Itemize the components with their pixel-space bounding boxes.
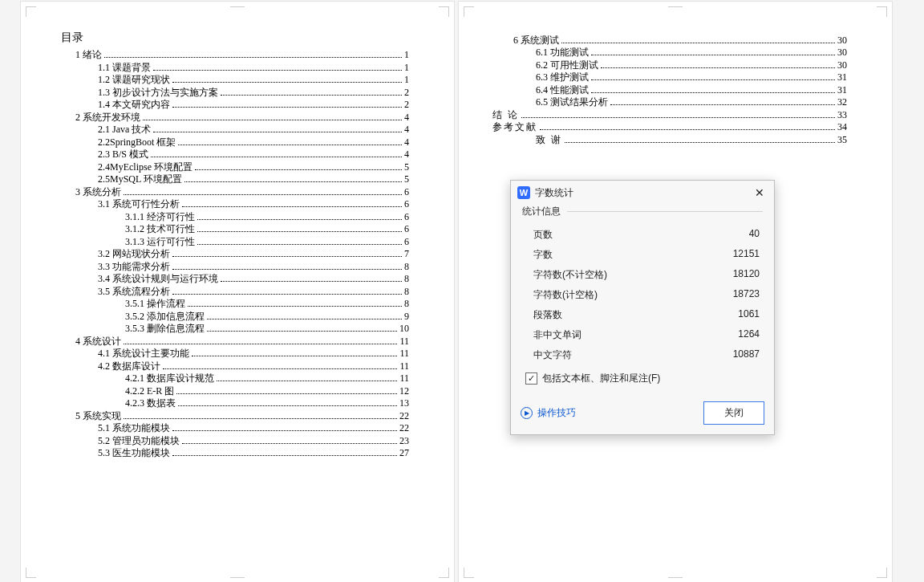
- toc-entry-page: 32: [837, 97, 847, 107]
- close-button[interactable]: 关闭: [703, 401, 764, 425]
- toc-entry: 5.1 系统功能模块22: [53, 423, 409, 433]
- toc-entry-page: 11: [399, 361, 409, 371]
- toc-entry-label: 2.1 Java 技术: [98, 124, 151, 134]
- toc-entry-page: 8: [404, 299, 409, 308]
- checkbox-icon[interactable]: ✓: [525, 372, 537, 385]
- crop-mark: [668, 577, 683, 578]
- toc-entry: 3.5.2 添加信息流程9: [53, 311, 409, 321]
- tips-link[interactable]: ▶ 操作技巧: [521, 406, 576, 420]
- leader-dots: [195, 169, 402, 170]
- toc-entry-label: 6.4 性能测试: [536, 85, 589, 95]
- toc-entry-label: 2 系统开发环境: [75, 112, 140, 122]
- toc-entry-label: 3.5 系统流程分析: [98, 287, 170, 296]
- toc-entry-page: 22: [399, 423, 409, 433]
- toc-entry: 1.4 本文研究内容2: [53, 100, 409, 109]
- toc-entry: 6.1 功能测试30: [491, 47, 847, 57]
- stat-value: 1264: [738, 328, 760, 342]
- leader-dots: [124, 418, 397, 419]
- toc-entry: 2.5MySQL 环境配置5: [53, 174, 409, 184]
- toc-entry-label: 4.2.3 数据表: [125, 398, 176, 408]
- toc-entry-label: 3.1 系统可行性分析: [98, 199, 180, 209]
- leader-dots: [601, 67, 835, 68]
- crop-mark: [439, 6, 449, 17]
- toc-entry-page: 11: [399, 348, 409, 358]
- leader-dots: [188, 306, 402, 307]
- stat-row: 非中文单词1264: [522, 325, 763, 345]
- stat-row: 字符数(不计空格)18120: [522, 265, 763, 285]
- toc-entry-label: 2.4MyEclipse 环境配置: [98, 162, 192, 172]
- dialog-titlebar[interactable]: W 字数统计 ✕: [511, 181, 774, 205]
- toc-entry: 6.2 可用性测试30: [491, 60, 847, 70]
- app-icon: W: [517, 186, 530, 199]
- stat-value: 10887: [733, 348, 760, 362]
- toc-entry-page: 27: [399, 448, 409, 458]
- toc-entry: 1.3 初步设计方法与实施方案2: [53, 88, 409, 97]
- toc-entry-page: 4: [404, 149, 409, 159]
- toc-entry: 5.2 管理员功能模块23: [53, 436, 409, 446]
- toc-entry-page: 1: [404, 50, 409, 59]
- toc-entry-page: 9: [404, 311, 409, 321]
- toc-entry: 4.2 数据库设计11: [53, 361, 409, 371]
- toc-entry: 6.5 测试结果分析32: [491, 97, 847, 107]
- crop-mark: [439, 568, 449, 578]
- crop-mark: [230, 6, 245, 7]
- leader-dots: [207, 331, 397, 332]
- leader-dots: [151, 157, 402, 157]
- toc-list-left: 1 绪论11.1 课题背景11.2 课题研究现状11.3 初步设计方法与实施方案…: [53, 50, 409, 458]
- stat-row: 段落数1061: [522, 305, 763, 325]
- dialog-body: 统计信息 页数40字数12151字符数(不计空格)18120字符数(计空格)18…: [511, 205, 774, 395]
- toc-entry-label: 2.2SpringBoot 框架: [98, 137, 176, 147]
- toc-entry-page: 2: [404, 100, 409, 109]
- toc-entry-label: 3.1.3 运行可行性: [125, 237, 195, 246]
- toc-entry: 2.4MyEclipse 环境配置5: [53, 162, 409, 172]
- crop-mark: [26, 568, 36, 578]
- toc-entry: 3.5.1 操作流程8: [53, 299, 409, 308]
- leader-dots: [172, 455, 397, 456]
- toc-entry-page: 6: [404, 187, 409, 197]
- toc-entry-page: 31: [837, 85, 847, 95]
- toc-entry-page: 6: [404, 237, 409, 246]
- toc-entry: 3.1.3 运行可行性6: [53, 237, 409, 246]
- include-footnotes-row[interactable]: ✓ 包括文本框、脚注和尾注(F): [522, 365, 763, 389]
- toc-entry: 3.1.2 技术可行性6: [53, 224, 409, 234]
- toc-entry-page: 34: [837, 122, 847, 132]
- toc-entry-label: 1.4 本文研究内容: [98, 100, 170, 109]
- toc-entry-label: 2.5MySQL 环境配置: [98, 174, 182, 184]
- leader-dots: [540, 129, 835, 130]
- toc-entry-page: 4: [404, 137, 409, 147]
- toc-entry: 3.1.1 经济可行性6: [53, 212, 409, 222]
- toc-entry: 3.3 功能需求分析8: [53, 262, 409, 271]
- leader-dots: [163, 368, 397, 369]
- crop-mark: [230, 577, 245, 578]
- toc-entry-label: 3.4 系统设计规则与运行环境: [98, 274, 218, 283]
- leader-dots: [610, 104, 835, 105]
- toc-entry-page: 23: [399, 436, 409, 446]
- close-button-label: 关闭: [724, 407, 744, 418]
- toc-entry-label: 1.1 课题背景: [98, 63, 151, 72]
- stat-key: 页数: [533, 228, 553, 242]
- toc-entry: 3.4 系统设计规则与运行环境8: [53, 274, 409, 283]
- close-icon[interactable]: ✕: [752, 185, 768, 200]
- toc-entry-page: 4: [404, 112, 409, 122]
- stat-key: 字符数(不计空格): [533, 268, 607, 282]
- toc-entry: 1.2 课题研究现状1: [53, 75, 409, 84]
- toc-entry-page: 12: [399, 386, 409, 396]
- stats-list: 页数40字数12151字符数(不计空格)18120字符数(计空格)18723段落…: [522, 225, 763, 365]
- leader-dots: [182, 443, 397, 444]
- stats-section-label: 统计信息: [522, 205, 561, 218]
- toc-entry-page: 35: [837, 135, 847, 144]
- toc-entry-label: 4.2 数据库设计: [98, 361, 160, 371]
- crop-mark: [464, 568, 474, 578]
- toc-entry: 2.3 B/S 模式4: [53, 149, 409, 159]
- stat-row: 中文字符10887: [522, 345, 763, 365]
- toc-entry-label: 3 系统分析: [75, 187, 121, 197]
- toc-entry: 4.1 系统设计主要功能11: [53, 348, 409, 358]
- stat-key: 中文字符: [533, 348, 572, 362]
- leader-dots: [172, 256, 402, 257]
- toc-entry: 3 系统分析6: [53, 187, 409, 197]
- word-count-dialog[interactable]: W 字数统计 ✕ 统计信息 页数40字数12151字符数(不计空格)18120字…: [510, 180, 775, 435]
- crop-mark: [26, 6, 36, 17]
- stat-value: 18723: [733, 288, 760, 302]
- toc-entry-label: 1.2 课题研究现状: [98, 75, 170, 84]
- leader-dots: [184, 181, 402, 182]
